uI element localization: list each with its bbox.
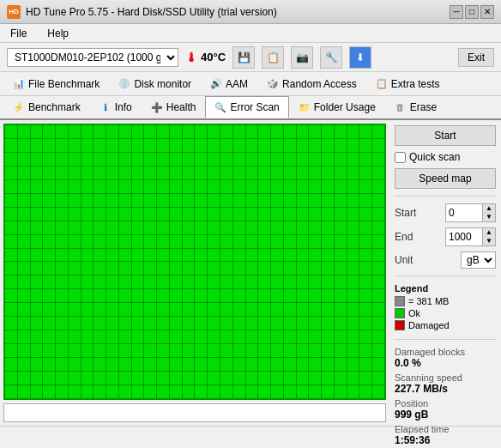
map-cell (309, 262, 321, 275)
map-cell (271, 385, 283, 398)
map-cell (170, 153, 182, 166)
tab-benchmark[interactable]: ⚡ Benchmark (3, 96, 90, 118)
map-cell (94, 372, 106, 384)
start-button[interactable]: Start (395, 125, 496, 146)
end-down-button[interactable]: ▼ (483, 237, 495, 245)
map-cell (208, 208, 220, 221)
map-cell (119, 344, 131, 357)
drive-icon-5[interactable]: ⬇ (349, 46, 371, 69)
map-cell (132, 166, 144, 179)
map-cell (284, 385, 296, 398)
main-content: Start Quick scan Speed map Start ▲ ▼ End (0, 120, 501, 426)
tab-erase[interactable]: 🗑 Erase (385, 96, 446, 118)
end-up-button[interactable]: ▲ (483, 228, 495, 237)
drive-icon-1[interactable]: 💾 (232, 46, 255, 69)
map-cell (56, 235, 68, 248)
map-cell (322, 194, 334, 207)
map-cell (309, 289, 321, 302)
map-cell (144, 125, 156, 138)
drive-selector[interactable]: ST1000DM010-2EP102 (1000 gB) (7, 48, 178, 67)
map-cell (195, 289, 207, 302)
tab-folder-usage[interactable]: 📁 Folder Usage (289, 96, 385, 118)
map-cell (18, 344, 30, 357)
map-cell (359, 180, 371, 193)
tab-health[interactable]: ➕ Health (142, 96, 206, 118)
map-cell (335, 358, 347, 371)
start-input[interactable] (446, 206, 482, 220)
map-cell (297, 358, 309, 371)
map-cell (246, 330, 258, 343)
map-cell (372, 235, 384, 248)
map-cell (183, 385, 195, 398)
map-cell (144, 153, 156, 166)
map-cell (170, 180, 182, 193)
map-cell (258, 194, 270, 207)
map-cell (144, 221, 156, 234)
map-cell (347, 221, 359, 234)
map-cell (258, 344, 270, 357)
map-cell (106, 317, 118, 330)
map-area (0, 120, 389, 426)
map-cell (119, 125, 131, 138)
map-cell (372, 317, 384, 330)
start-up-button[interactable]: ▲ (483, 204, 495, 213)
map-cell (372, 208, 384, 221)
drive-icon-3[interactable]: 📷 (291, 46, 313, 69)
menu-help[interactable]: Help (44, 27, 72, 39)
tab-disk-monitor[interactable]: 💿 Disk monitor (109, 73, 201, 95)
map-cell (297, 344, 309, 357)
unit-select[interactable]: gB (461, 251, 496, 269)
map-cell (119, 139, 131, 152)
tab-extra-tests[interactable]: 📋 Extra tests (366, 73, 450, 95)
quickscan-label[interactable]: Quick scan (409, 151, 460, 163)
map-cell (309, 235, 321, 248)
speedmap-button[interactable]: Speed map (395, 168, 496, 189)
map-cell (233, 262, 245, 275)
map-cell (284, 358, 296, 371)
map-cell (233, 125, 245, 138)
map-cell (5, 358, 17, 371)
map-cell (69, 289, 81, 302)
legend-ok-label: Ok (408, 308, 420, 318)
map-cell (18, 153, 30, 166)
map-cell (233, 221, 245, 234)
quickscan-checkbox[interactable] (395, 152, 406, 163)
map-cell (81, 330, 94, 343)
map-cell (297, 139, 309, 152)
tab-aam[interactable]: 🔊 AAM (201, 73, 257, 95)
minimize-button[interactable]: ─ (450, 5, 463, 19)
map-cell (69, 372, 81, 384)
drive-icon-4[interactable]: 🔧 (320, 46, 342, 69)
tab-info[interactable]: ℹ Info (90, 96, 142, 118)
map-cell (31, 344, 43, 357)
menu-file[interactable]: File (7, 27, 30, 39)
map-cell (132, 180, 144, 193)
maximize-button[interactable]: □ (465, 5, 479, 19)
map-cell (322, 180, 334, 193)
tab-error-scan[interactable]: 🔍 Error Scan (205, 96, 288, 118)
map-cell (322, 358, 334, 371)
map-cell (372, 275, 384, 288)
close-button[interactable]: ✕ (480, 5, 494, 19)
map-cell (309, 139, 321, 152)
map-cell (271, 221, 283, 234)
drive-icon-2[interactable]: 📋 (262, 46, 284, 69)
map-cell (271, 344, 283, 357)
start-down-button[interactable]: ▼ (483, 213, 495, 221)
tab-random-access[interactable]: 🎲 Random Access (257, 73, 366, 95)
map-cell (208, 180, 220, 193)
map-cell (43, 249, 55, 262)
map-cell (5, 344, 17, 357)
exit-button[interactable]: Exit (458, 48, 494, 67)
start-spinners: ▲ ▼ (482, 204, 495, 221)
map-cell (119, 358, 131, 371)
legend-box-gray (395, 296, 405, 306)
map-cell (233, 358, 245, 371)
map-cell (157, 372, 169, 384)
map-cell (309, 125, 321, 138)
end-input[interactable] (446, 230, 482, 244)
map-cell (5, 153, 17, 166)
map-cell (220, 344, 232, 357)
tab-file-benchmark[interactable]: 📊 File Benchmark (3, 73, 109, 95)
temperature-value: 40°C (201, 51, 226, 64)
